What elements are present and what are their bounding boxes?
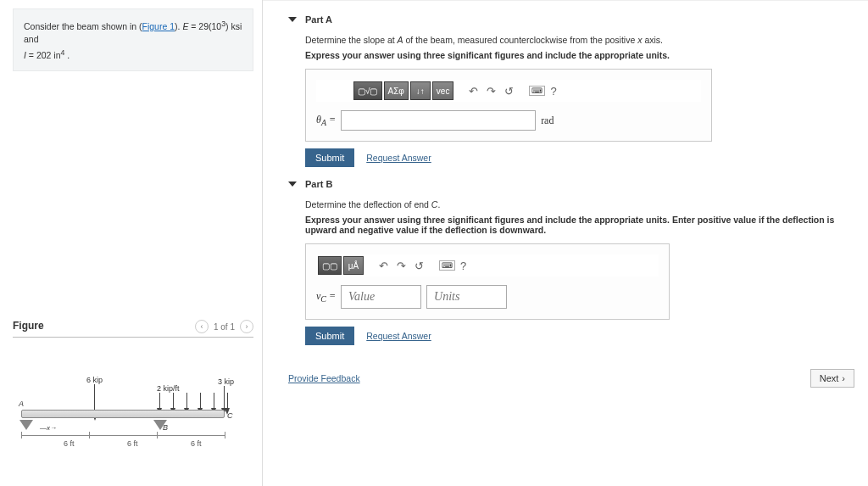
- problem-prefix: Consider the beam shown in (: [24, 21, 142, 31]
- template-button-b[interactable]: ▢▢: [318, 256, 342, 275]
- undo-button[interactable]: ↶: [465, 85, 481, 98]
- point-c-label: C: [227, 411, 233, 420]
- next-button[interactable]: Next ›: [810, 369, 854, 388]
- part-b-request-answer-link[interactable]: Request Answer: [366, 331, 431, 341]
- chevron-right-icon: ›: [842, 373, 845, 383]
- figure-prev-button[interactable]: ‹: [195, 320, 209, 333]
- part-a-request-answer-link[interactable]: Request Answer: [366, 153, 431, 163]
- part-a-variable: θA =: [316, 114, 336, 127]
- next-label: Next: [820, 373, 839, 383]
- part-a-unit: rad: [541, 115, 554, 127]
- x-axis-label: —x→: [40, 424, 57, 432]
- redo-button-b[interactable]: ↷: [393, 260, 409, 272]
- part-b-toolbar: ▢▢ μÅ ↶ ↷ ↺ ⌨ ?: [316, 254, 659, 277]
- part-a-prompt: Determine the slope at A of the beam, me…: [305, 35, 854, 45]
- load-3kip-label: 3 kip: [218, 377, 234, 386]
- part-a-answer-box: ▢√▢ ΑΣφ ↓↑ vec ↶ ↷ ↺ ⌨ ? θA = rad: [305, 69, 712, 142]
- template-button[interactable]: ▢√▢: [353, 81, 382, 100]
- undo-button-b[interactable]: ↶: [376, 260, 392, 272]
- part-a-value-input[interactable]: [341, 110, 536, 131]
- reset-button[interactable]: ↺: [501, 85, 517, 98]
- figure-link[interactable]: Figure 1: [142, 21, 175, 31]
- part-b-units-input[interactable]: [426, 285, 507, 309]
- reset-button-b[interactable]: ↺: [411, 260, 427, 272]
- part-a-toolbar: ▢√▢ ΑΣφ ↓↑ vec ↶ ↷ ↺ ⌨ ?: [316, 80, 701, 102]
- figure-panel: Figure ‹ 1 of 1 › 6 kip 2 kip/ft 3 kip: [13, 320, 253, 461]
- part-b-instructions: Express your answer using three signific…: [305, 215, 854, 235]
- caret-down-icon: [288, 17, 297, 22]
- part-a-header[interactable]: Part A: [288, 9, 854, 30]
- part-b-value-input[interactable]: [341, 285, 421, 309]
- redo-button[interactable]: ↷: [483, 85, 499, 98]
- keyboard-button-b[interactable]: ⌨: [439, 260, 455, 271]
- keyboard-button[interactable]: ⌨: [529, 86, 545, 96]
- part-a-submit-button[interactable]: Submit: [305, 148, 354, 167]
- part-b-answer-box: ▢▢ μÅ ↶ ↷ ↺ ⌨ ? vC =: [305, 243, 670, 320]
- dim-3: 6 ft: [191, 439, 202, 448]
- part-b-submit-button[interactable]: Submit: [305, 327, 354, 345]
- part-a-instructions: Express your answer using three signific…: [305, 50, 854, 60]
- part-b-title: Part B: [305, 179, 332, 189]
- subscript-button[interactable]: ↓↑: [410, 81, 431, 100]
- provide-feedback-link[interactable]: Provide Feedback: [288, 373, 360, 383]
- figure-title: Figure: [13, 320, 44, 333]
- help-button[interactable]: ?: [547, 85, 559, 98]
- part-b-prompt: Determine the deflection of end C.: [305, 199, 854, 209]
- help-button-b[interactable]: ?: [457, 260, 470, 272]
- units-button[interactable]: μÅ: [343, 256, 364, 275]
- figure-diagram: 6 kip 2 kip/ft 3 kip A B C —x→: [21, 350, 250, 461]
- figure-counter: 1 of 1: [214, 322, 235, 332]
- caret-down-icon: [288, 182, 297, 187]
- problem-statement: Consider the beam shown in (Figure 1). E…: [13, 8, 253, 71]
- load-2kipft-label: 2 kip/ft: [157, 384, 180, 393]
- part-b-header[interactable]: Part B: [288, 174, 854, 194]
- greek-button[interactable]: ΑΣφ: [384, 81, 409, 100]
- dim-1: 6 ft: [64, 439, 75, 448]
- dim-2: 6 ft: [127, 439, 138, 448]
- load-6kip-label: 6 kip: [86, 376, 103, 384]
- vector-button[interactable]: vec: [432, 81, 454, 100]
- figure-next-button[interactable]: ›: [240, 320, 253, 333]
- part-b-variable: vC =: [316, 290, 336, 304]
- point-a-label: A: [19, 399, 24, 408]
- part-a-title: Part A: [305, 14, 332, 25]
